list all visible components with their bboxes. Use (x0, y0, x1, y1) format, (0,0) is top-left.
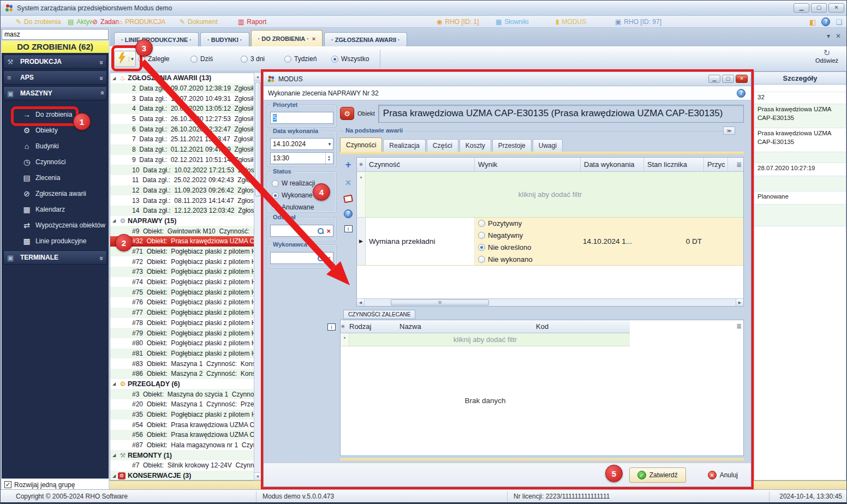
quick-action-split-button[interactable]: ▼ (114, 51, 136, 67)
expand-one-group-checkbox[interactable] (4, 481, 11, 488)
clear-icon[interactable]: × (326, 254, 331, 262)
search-icon[interactable] (317, 227, 324, 235)
status-radio[interactable]: W realizacji (272, 177, 315, 189)
sidebar-group-header[interactable]: ⚒ PRODUKCJA » (3, 55, 107, 69)
task-list-row[interactable]: #72 Obiekt: Pogłębiacz płaski z pilotem … (110, 256, 263, 267)
column-header[interactable]: Stan licznika (644, 158, 704, 171)
column-header[interactable]: Nazwa (399, 322, 536, 331)
scroll-right-icon[interactable]: ▶ (736, 299, 743, 306)
task-list-row[interactable]: #71 Obiekt: Pogłębiacz płaski z pilotem … (110, 247, 263, 257)
dialog-tab[interactable]: Uwagi (533, 139, 563, 152)
task-list-row[interactable]: 14 Data zgł.: 12.12.2023 12:03:42 Zgłosi… (110, 206, 263, 216)
column-header[interactable]: Kod (536, 322, 621, 331)
sidebar-item[interactable]: ▦ Kalendarz (2, 201, 109, 217)
expand-panel-icon[interactable]: ≫ (723, 127, 735, 135)
result-radio[interactable]: Negatywny (478, 230, 581, 241)
grid-filter-row[interactable]: ▾ kliknij aby dodać filtr (357, 172, 743, 218)
task-list-row[interactable]: #78 Obiekt: Pogłębiacz płaski z pilotem … (110, 318, 263, 328)
date-filter-radio[interactable]: 3 dni (241, 55, 284, 63)
scrollbar-thumb[interactable]: ⦀⦀ (391, 299, 489, 305)
recommended-activities-label[interactable]: CZYNNOŚCI ZALECANE (343, 310, 415, 319)
task-list-row[interactable]: 2 Data zgł.: 09.07.2020 12:38:19 Zgłosił… (110, 83, 263, 94)
document-tab[interactable]: · DO ZROBIENIA · × (251, 30, 323, 46)
sidebar-item[interactable]: ▤ Zlecenia (2, 170, 109, 185)
dialog-tab[interactable]: Części (427, 139, 458, 152)
result-radio[interactable]: Pozytywny (478, 218, 581, 229)
priority-input[interactable]: 5 (270, 112, 333, 124)
sidebar-item[interactable]: ▩ Linie produkcyjne (2, 233, 109, 249)
column-chooser-icon[interactable]: ≣ (736, 322, 742, 330)
activity-row[interactable]: ▶ Wymiana przekładni Pozytywny (357, 218, 743, 266)
tab-close-icon[interactable]: × (312, 35, 315, 42)
time-spinner[interactable]: ▲▼ (325, 153, 332, 164)
task-list-row[interactable]: #80 Obiekt: Pogłębiacz płaski z pilotem … (110, 338, 263, 349)
task-list-row[interactable]: 6 Data zgł.: 26.10.2020 12:32:47 Zgłosił… (110, 124, 263, 134)
sidebar-item[interactable]: ⇄ Wypożyczenia obiektów (2, 217, 109, 233)
paint-icon[interactable]: ◧ (809, 18, 816, 26)
task-list-row[interactable]: #74 Obiekt: Pogłębiacz płaski z pilotem … (110, 277, 263, 287)
status-radio[interactable]: Anulowane (272, 201, 315, 213)
activity-name-cell[interactable]: Wymiana przekładni (366, 218, 475, 265)
refresh-button[interactable]: ↻ Odśwież (812, 49, 842, 69)
task-list-row[interactable]: #20 Obiekt: Maszyna 1 Czynność: Przegląd (110, 399, 263, 410)
dialog-maximize-button[interactable]: ▢ (722, 75, 734, 83)
menu-item[interactable]: ✎ Dokument (180, 16, 238, 27)
task-list-row[interactable]: ⚒ REMONTY (1) (110, 450, 263, 460)
close-button[interactable]: ✕ (828, 3, 844, 13)
dialog-tab[interactable]: Koszty (460, 139, 491, 152)
menu-item[interactable]: ▤ Aktywność (68, 16, 92, 27)
rename-icon[interactable]: I (327, 323, 336, 331)
dialog-tab[interactable]: Przestoje (492, 139, 532, 152)
menu-item[interactable]: ▥ Raport (238, 16, 437, 27)
cancel-button[interactable]: ✕ Anuluj (708, 471, 738, 479)
task-list-row[interactable]: ♨ ZGŁOSZENIA AWARII (13) (110, 73, 263, 83)
task-list-row[interactable]: #79 Obiekt: Pogłębiacz płaski z pilotem … (110, 328, 263, 338)
menu-item[interactable]: ⊘ Zadanie (92, 16, 118, 27)
received-by-input[interactable]: × (270, 225, 333, 237)
scrollbar-thumb[interactable] (255, 82, 261, 196)
task-list-row[interactable]: #86 Obiekt: Maszyna 2 Czynność: Konserwa (110, 369, 263, 379)
column-header[interactable]: Wynik (475, 158, 581, 171)
result-radio[interactable]: Nie określono (478, 242, 581, 253)
grid-help-icon[interactable]: ? (344, 209, 353, 218)
result-radio[interactable]: Nie wykonano (478, 254, 581, 265)
clear-icon[interactable]: × (326, 227, 331, 235)
dialog-close-button[interactable]: ✕ (736, 75, 748, 83)
rename-icon[interactable]: I (344, 225, 353, 232)
task-list-row[interactable]: 4 Data zgł.: 20.07.2020 13:05:12 Zgłosił… (110, 104, 263, 114)
task-list-row[interactable]: #76 Obiekt: Pogłębiacz płaski z pilotem … (110, 297, 263, 308)
sidebar-item[interactable]: → Do zrobienia (2, 106, 109, 122)
task-list-row[interactable]: ⚙ PRZEGLĄDY (6) (110, 379, 263, 389)
tree-expander-icon[interactable] (110, 76, 118, 81)
dialog-help-icon[interactable]: ? (737, 89, 745, 98)
status-radio[interactable]: Wykonane (272, 189, 315, 201)
dialog-title-bar[interactable]: MODUS ▁ ▢ ✕ (264, 72, 751, 86)
date-input[interactable]: 14.10.2024 ▼ (270, 138, 333, 150)
horizontal-scrollbar[interactable]: ◀ ⦀⦀ ▶ (357, 298, 743, 306)
date-filter-radio[interactable]: Tydzień (284, 55, 331, 63)
column-header[interactable]: Data wykonania (581, 158, 644, 171)
dialog-tab[interactable]: Czynności (340, 137, 382, 152)
task-list-row[interactable]: #7 Obiekt: Silnik krokowy 12-24V Czynnoś… (110, 460, 263, 471)
date-filter-radio[interactable]: Zaległe (138, 55, 190, 63)
tree-expander-icon[interactable] (110, 473, 118, 478)
minimize-button[interactable]: ▁ (794, 3, 809, 13)
tree-expander-icon[interactable] (110, 381, 118, 386)
document-tab[interactable]: · ZGŁOSZENIA AWARII · (324, 32, 407, 46)
column-header[interactable]: Rodzaj (349, 322, 399, 331)
task-list-row[interactable]: 11 Data zgł.: 25.02.2022 09:42:43 Zgłosi… (110, 175, 263, 185)
search-input[interactable] (2, 29, 109, 40)
date-filter-radio[interactable]: Dziś (190, 55, 241, 63)
task-list-row[interactable]: 7 Data zgł.: 25.11.2021 13:13:47 Zgłosił… (110, 134, 263, 145)
delete-row-icon[interactable]: × (345, 177, 351, 188)
help-icon[interactable]: ? (821, 17, 830, 26)
task-list-row[interactable]: #56 Obiekt: Prasa krawędziowa UZMA CAP-E… (110, 430, 263, 440)
task-list-row[interactable]: #73 Obiekt: Pogłębiacz płaski z pilotem … (110, 267, 263, 277)
tab-list-dropdown-icon[interactable]: ▾ (827, 32, 830, 40)
task-list-row[interactable]: #3 Obiekt: Maszyna do szycia 1 Czynność:… (110, 389, 263, 399)
counter-cell[interactable]: 0 DT (644, 218, 704, 265)
task-list-row[interactable]: #32 Obiekt: Prasa krawędziowa UZMA CAP-E… (110, 236, 263, 247)
task-list-row[interactable]: #81 Obiekt: Pogłębiacz płaski z pilotem … (110, 349, 263, 359)
task-list-row[interactable]: #83 Obiekt: Maszyna 1 Czynność: Konserwa (110, 358, 263, 369)
sidebar-group-header[interactable]: ≡ APS » (3, 70, 107, 85)
